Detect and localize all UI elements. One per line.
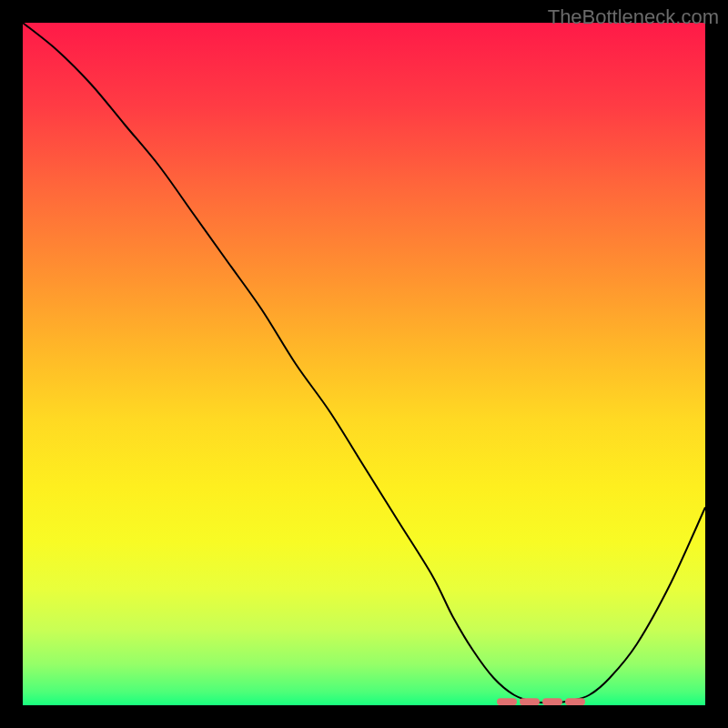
chart-plot-area: [23, 23, 705, 705]
chart-svg: [23, 23, 705, 705]
watermark-text: TheBottleneck.com: [548, 5, 719, 29]
bottleneck-curve: [23, 23, 705, 703]
